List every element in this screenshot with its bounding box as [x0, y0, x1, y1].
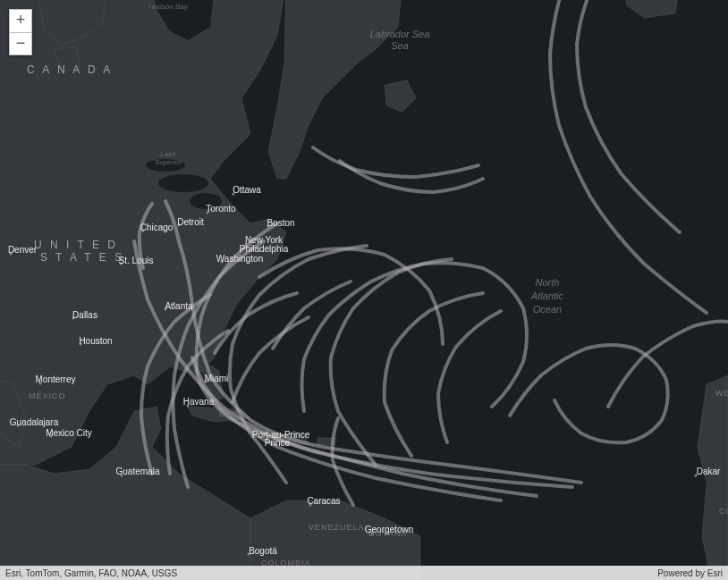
water-label: Hudson Bay: [148, 3, 189, 11]
attribution-left: Esri, TomTom, Garmin, FAO, NOAA, USGS: [5, 568, 177, 578]
city-caracas: Caracas: [307, 496, 340, 506]
svg-point-0: [158, 174, 208, 192]
region-co: CO: [719, 507, 728, 516]
city-chicago: Chicago: [140, 223, 174, 232]
attribution-right: Powered by Esri: [657, 568, 723, 578]
city-guadalajara: Guadalajara: [10, 417, 59, 427]
city-atlanta: Atlanta: [165, 301, 193, 311]
zoom-out-button[interactable]: −: [9, 32, 32, 55]
city-boston: Boston: [267, 218, 294, 228]
svg-text:Lake: Lake: [160, 150, 176, 158]
city-detroit: Detroit: [177, 217, 204, 227]
city-dakar: Dakar: [697, 467, 721, 476]
svg-text:Prince: Prince: [265, 438, 291, 448]
water-label: Labrador Sea: [370, 29, 430, 39]
svg-text:S T A T E S: S T A T E S: [40, 251, 124, 264]
zoom-in-button[interactable]: +: [9, 9, 32, 32]
city-stlouis: St. Louis: [119, 256, 154, 265]
city-toronto: Toronto: [206, 204, 236, 214]
city-guatemala: Guatemala: [116, 467, 160, 476]
attribution-bar: Esri, TomTom, Garmin, FAO, NOAA, USGS Po…: [0, 566, 728, 580]
country-label-mexico: MÉXICO: [29, 391, 66, 400]
city-washington: Washington: [216, 254, 263, 264]
city-mexicocity: Mexico City: [46, 428, 92, 438]
city-bogota: Bogotá: [249, 546, 277, 556]
svg-text:Superior: Superior: [155, 158, 182, 166]
water-label: North: [536, 277, 560, 288]
city-monterrey: Monterrey: [35, 374, 75, 384]
city-ottawa: Ottawa: [233, 185, 261, 195]
city-houston: Houston: [79, 336, 112, 346]
city-denver: Denver: [8, 245, 38, 255]
city-miami: Miami: [205, 374, 229, 383]
svg-text:U N I T E D: U N I T E D: [34, 239, 118, 251]
city-havana: Havana: [183, 397, 215, 407]
map-svg: Labrador Sea Sea North Atlantic Ocean Hu…: [0, 0, 728, 580]
city-georgetown: Georgetown: [365, 525, 413, 534]
water-label: Ocean: [533, 304, 562, 315]
country-label-cuba: CUBA: [219, 409, 245, 418]
country-label-venezuela: VENEZUELA: [309, 523, 365, 532]
country-label-canada: C A N A D A: [27, 63, 113, 76]
svg-text:Sea: Sea: [391, 40, 409, 51]
map-view[interactable]: Labrador Sea Sea North Atlantic Ocean Hu…: [0, 0, 728, 580]
region-wes: WES: [715, 389, 728, 398]
land-layer: [0, 0, 728, 580]
zoom-control: + −: [9, 9, 32, 55]
city-philadelphia: Philadelphia: [240, 244, 289, 254]
water-label: Atlantic: [530, 290, 564, 301]
city-dallas: Dallas: [72, 310, 97, 320]
